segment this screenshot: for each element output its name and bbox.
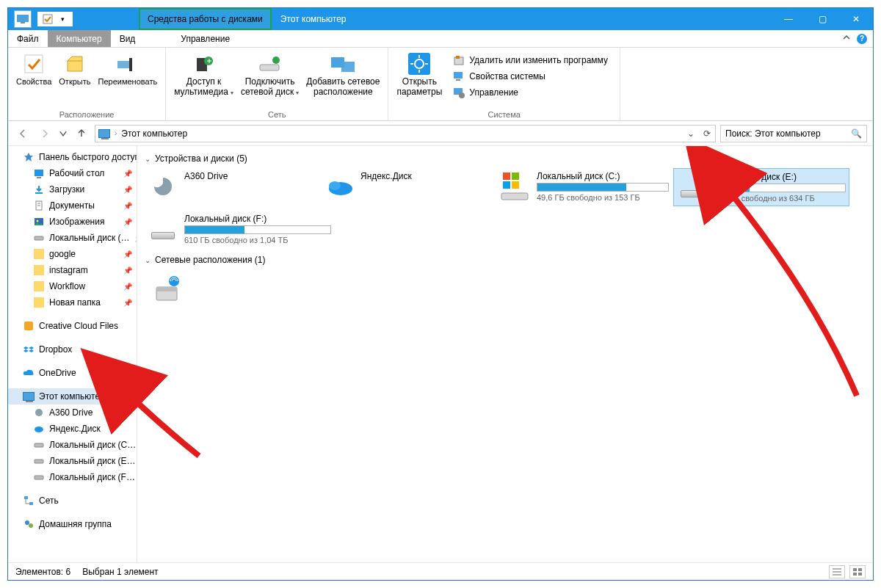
svg-rect-41	[35, 476, 43, 479]
svg-rect-34	[34, 265, 44, 275]
svg-rect-48	[503, 173, 510, 180]
pin-icon: 📌	[123, 299, 132, 307]
onedrive[interactable]: OneDrive	[8, 365, 137, 381]
svg-rect-26	[35, 192, 43, 194]
system-properties-button[interactable]: Свойства системы	[450, 68, 611, 84]
maximize-button[interactable]: ▢	[805, 8, 839, 30]
manage-button[interactable]: Управление	[450, 84, 611, 101]
tile-yandex-disk[interactable]: Яндекс.Диск	[321, 168, 497, 206]
qat-dropdown-icon[interactable]: ▾	[55, 13, 70, 25]
svg-rect-59	[853, 568, 857, 571]
help-icon[interactable]: ?	[857, 34, 867, 44]
sidebar-item-localdisk[interactable]: Локальный диск (…📌	[8, 230, 137, 246]
dropbox[interactable]: Dropbox	[8, 341, 137, 357]
view-large-icons-button[interactable]	[849, 565, 866, 578]
add-network-location-button[interactable]: Добавить сетевоерасположение	[302, 51, 383, 109]
svg-rect-2	[43, 15, 52, 23]
nav-forward-button[interactable]	[36, 125, 54, 142]
tab-computer[interactable]: Компьютер	[48, 30, 111, 47]
ribbon-group-network: Доступ кмультимедиа ▾ Подключитьсетевой …	[166, 48, 388, 120]
map-drive-button[interactable]: Подключитьсетевой диск ▾	[237, 51, 302, 109]
properties-label: Свойства	[16, 77, 51, 87]
tile-local-disk-f[interactable]: Локальный диск (F:)610 ГБ свободно из 1,…	[145, 211, 321, 247]
category-devices[interactable]: ⌄Устройства и диски (5)	[145, 153, 866, 164]
nav-recent-dropdown[interactable]	[58, 125, 68, 142]
view-details-button[interactable]	[829, 565, 845, 578]
category-network-locations[interactable]: ⌄Сетевые расположения (1)	[145, 255, 866, 265]
open-button[interactable]: Открыть	[55, 51, 94, 109]
hdd-icon	[677, 172, 708, 203]
sidebar-item-instagram[interactable]: instagram📌	[8, 262, 137, 278]
tile-local-disk-e[interactable]: Локальный диск (E:)465 ГБ свободно из 63…	[673, 168, 849, 206]
tab-view[interactable]: Вид	[111, 30, 145, 47]
svg-point-31	[37, 220, 39, 222]
nav-up-button[interactable]	[73, 125, 90, 142]
svg-rect-11	[341, 62, 355, 72]
breadcrumb[interactable]: Этот компьютер	[121, 128, 187, 139]
a360-icon	[33, 407, 45, 418]
homegroup[interactable]: Домашняя группа	[8, 516, 137, 532]
network-drive-icon	[152, 272, 181, 305]
svg-rect-51	[512, 181, 519, 189]
sidebar-item-desktop[interactable]: Рабочий стол📌	[8, 165, 137, 181]
sidebar-item-yd[interactable]: Яндекс.Диск	[8, 421, 137, 437]
uninstall-program-button[interactable]: Удалить или изменить программу	[450, 52, 611, 68]
svg-point-47	[329, 181, 341, 190]
close-button[interactable]: ✕	[839, 8, 873, 30]
this-pc[interactable]: Этот компьютер	[8, 388, 137, 404]
lc-icon	[33, 439, 45, 451]
sidebar-item-documents[interactable]: Документы📌	[8, 197, 137, 214]
sidebar-item-a360[interactable]: A360 Drive	[8, 404, 137, 421]
a360-icon	[148, 171, 178, 202]
svg-rect-5	[129, 58, 132, 71]
svg-rect-32	[35, 236, 43, 240]
nav-back-button[interactable]	[14, 125, 32, 142]
sidebar-item-lf[interactable]: Локальный диск (F…	[8, 469, 137, 485]
tile-network-location[interactable]	[145, 269, 189, 308]
lf-icon	[33, 471, 45, 483]
tile-local-disk-c[interactable]: Локальный диск (C:)49,6 ГБ свободно из 1…	[497, 168, 673, 206]
ribbon-group-location: Свойства Открыть Переименовать Расположе…	[8, 48, 166, 120]
address-bar[interactable]: › Этот компьютер ⌄ ⟳	[95, 125, 716, 142]
media-access-button[interactable]: Доступ кмультимедиа ▾	[170, 51, 237, 109]
quick-access[interactable]: Панель быстрого доступа	[8, 149, 137, 165]
svg-rect-40	[35, 460, 43, 463]
svg-rect-19	[456, 56, 460, 59]
search-input[interactable]: Поиск: Этот компьютер 🔍	[720, 125, 867, 142]
tab-file[interactable]: Файл	[8, 30, 48, 47]
refresh-icon[interactable]: ⟳	[699, 128, 715, 139]
window-title: Этот компьютер	[280, 14, 347, 24]
sidebar-item-lc[interactable]: Локальный диск (C…	[8, 437, 137, 453]
star-icon	[23, 151, 35, 163]
svg-rect-61	[853, 573, 857, 576]
sidebar-item-le[interactable]: Локальный диск (E…	[8, 453, 137, 469]
sidebar-item-workflow[interactable]: Workflow📌	[8, 278, 137, 294]
google-icon	[33, 248, 45, 260]
sidebar-item-google[interactable]: google📌	[8, 246, 137, 262]
qat-properties-icon[interactable]	[40, 13, 55, 25]
localdisk-icon	[33, 232, 45, 244]
homegroup-icon	[23, 518, 35, 530]
downloads-icon	[33, 184, 45, 195]
sidebar-item-newfolder[interactable]: Новая папка📌	[8, 294, 137, 311]
creative-cloud-files[interactable]: Creative Cloud Files	[8, 318, 137, 334]
svg-rect-43	[29, 502, 33, 505]
collapse-ribbon-icon[interactable]	[842, 33, 851, 44]
tab-manage[interactable]: Управление	[172, 30, 239, 47]
status-item-count: Элементов: 6	[15, 567, 70, 577]
drive-tools-context-tab[interactable]: Средства работы с дисками	[139, 8, 272, 30]
properties-button[interactable]: Свойства	[12, 51, 55, 109]
svg-rect-25	[37, 177, 41, 178]
sidebar-item-downloads[interactable]: Загрузки📌	[8, 181, 137, 197]
rename-button[interactable]: Переименовать	[95, 51, 162, 109]
svg-rect-60	[858, 568, 862, 571]
minimize-button[interactable]: —	[772, 8, 805, 30]
address-dropdown-icon[interactable]: ⌄	[683, 128, 699, 139]
network[interactable]: Сеть	[8, 493, 137, 509]
tile-a360-drive[interactable]: A360 Drive	[145, 168, 321, 206]
system-menu-icon[interactable]	[14, 10, 32, 28]
cloud-icon	[23, 367, 35, 379]
sidebar-item-pictures[interactable]: Изображения📌	[8, 214, 137, 230]
le-icon	[33, 455, 45, 467]
open-settings-button[interactable]: Открытьпараметры	[393, 51, 446, 109]
